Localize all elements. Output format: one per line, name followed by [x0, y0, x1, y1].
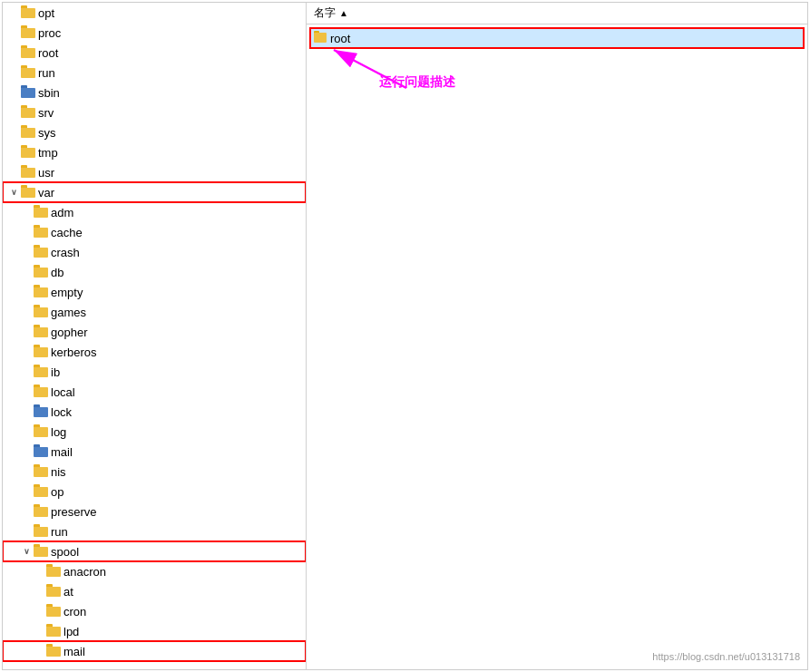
tree-item-db[interactable]: db	[3, 262, 306, 282]
folder-icon-mail	[34, 444, 48, 460]
expand-btn-log[interactable]	[19, 424, 34, 439]
expand-btn-run[interactable]	[6, 65, 21, 80]
tree-item-kerberos[interactable]: kerberos	[3, 342, 306, 362]
expand-btn-crash[interactable]	[19, 245, 34, 259]
expand-btn-db[interactable]	[19, 265, 34, 279]
annotation-text: 运行问题描述	[379, 74, 455, 91]
expand-btn-opt[interactable]	[6, 5, 21, 20]
expand-btn-at[interactable]	[32, 584, 46, 599]
expand-btn-preserve[interactable]	[19, 504, 34, 519]
tree-item-log[interactable]: log	[3, 422, 306, 442]
tree-item-lpd[interactable]: lpd	[3, 621, 306, 641]
expand-btn-proc[interactable]	[6, 25, 21, 40]
tree-item-opt[interactable]: opt	[3, 3, 306, 23]
tree-item-at[interactable]: at	[3, 581, 306, 601]
tree-item-opt2[interactable]: op	[3, 482, 306, 502]
item-label-mail: mail	[51, 445, 73, 459]
tree-item-mail[interactable]: mail	[3, 442, 306, 462]
tree-item-run2[interactable]: run	[3, 521, 306, 541]
tree-item-games[interactable]: games	[3, 302, 306, 322]
expand-btn-nis[interactable]	[19, 464, 34, 479]
folder-icon-cron	[46, 604, 61, 619]
svg-rect-45	[34, 447, 48, 457]
svg-rect-55	[34, 547, 48, 557]
tree-item-local[interactable]: local	[3, 382, 306, 402]
tree-item-crash[interactable]: crash	[3, 242, 306, 262]
tree-item-spool[interactable]: ∨spool	[3, 541, 306, 561]
svg-rect-27	[34, 268, 48, 278]
expand-btn-gopher[interactable]	[19, 325, 34, 339]
item-label-lock: lock	[51, 405, 72, 419]
folder-icon-empty	[34, 285, 48, 300]
tree-item-lib[interactable]: ib	[3, 362, 306, 382]
svg-rect-67	[314, 33, 327, 43]
item-label-nis: nis	[51, 465, 66, 479]
expand-btn-sys[interactable]	[6, 125, 21, 140]
tree-item-adm[interactable]: adm	[3, 202, 306, 222]
expand-btn-usr[interactable]	[6, 165, 21, 180]
tree-item-lock[interactable]: lock	[3, 402, 306, 422]
item-label-lpd: lpd	[63, 625, 79, 638]
folder-icon-kerberos	[34, 345, 48, 360]
svg-rect-65	[46, 647, 61, 657]
svg-rect-39	[34, 387, 48, 397]
svg-rect-31	[34, 307, 48, 317]
expand-btn-tmp[interactable]	[6, 145, 21, 160]
tree-item-root[interactable]: root	[3, 43, 306, 63]
tree-item-proc[interactable]: proc	[3, 23, 306, 43]
svg-rect-11	[21, 108, 35, 118]
expand-btn-kerberos[interactable]	[19, 345, 34, 359]
tree-item-cache[interactable]: cache	[3, 222, 306, 242]
folder-icon-run2	[34, 524, 48, 540]
expand-btn-root[interactable]	[6, 45, 21, 60]
expand-btn-lock[interactable]	[19, 404, 34, 419]
tree-item-preserve[interactable]: preserve	[3, 502, 306, 521]
expand-btn-var[interactable]: ∨	[6, 185, 21, 200]
file-item-root[interactable]: root	[310, 28, 804, 48]
expand-btn-mail[interactable]	[19, 444, 34, 459]
file-list-area[interactable]: root 运行问题描述 https://blog.csdn.net/u01313…	[307, 24, 807, 669]
tree-item-empty[interactable]: empty	[3, 282, 306, 302]
item-label-spool: spool	[51, 545, 79, 559]
svg-rect-15	[21, 148, 35, 158]
folder-icon-nis	[34, 464, 48, 480]
item-label-crash: crash	[51, 246, 80, 259]
folder-icon-gopher	[34, 325, 48, 340]
tree-item-sys[interactable]: sys	[3, 122, 306, 142]
item-label-db: db	[51, 266, 63, 279]
tree-item-tmp[interactable]: tmp	[3, 142, 306, 162]
tree-item-usr[interactable]: usr	[3, 162, 306, 182]
folder-icon-sbin	[21, 85, 35, 101]
expand-btn-lib[interactable]	[19, 365, 34, 379]
tree-item-nis[interactable]: nis	[3, 462, 306, 482]
svg-rect-25	[34, 248, 48, 258]
expand-btn-cache[interactable]	[19, 225, 34, 239]
expand-btn-spool[interactable]: ∨	[19, 544, 34, 559]
expand-btn-sbin[interactable]	[6, 85, 21, 100]
tree-item-anacron[interactable]: anacron	[3, 561, 306, 581]
svg-rect-63	[46, 627, 61, 637]
tree-item-sbin[interactable]: sbin	[3, 83, 306, 102]
tree-item-gopher[interactable]: gopher	[3, 322, 306, 342]
tree-item-cron[interactable]: cron	[3, 601, 306, 621]
expand-btn-adm[interactable]	[19, 205, 34, 219]
expand-btn-mail2[interactable]	[32, 644, 46, 658]
svg-rect-61	[46, 607, 61, 617]
expand-btn-empty[interactable]	[19, 285, 34, 299]
tree-item-mail2[interactable]: mail	[3, 641, 306, 661]
tree-item-var[interactable]: ∨var	[3, 182, 306, 202]
tree-item-run[interactable]: run	[3, 63, 306, 83]
svg-rect-43	[34, 427, 48, 437]
left-tree-panel[interactable]: optprocrootrunsbinsrvsystmpusr∨varadmcac…	[3, 3, 307, 669]
expand-btn-opt2[interactable]	[19, 484, 34, 499]
expand-btn-lpd[interactable]	[32, 624, 46, 638]
expand-btn-games[interactable]	[19, 305, 34, 319]
watermark: https://blog.csdn.net/u013131718	[652, 651, 800, 662]
expand-btn-anacron[interactable]	[32, 564, 46, 579]
folder-icon-adm	[34, 205, 48, 220]
expand-btn-cron[interactable]	[32, 604, 46, 618]
tree-item-srv[interactable]: srv	[3, 102, 306, 122]
expand-btn-local[interactable]	[19, 385, 34, 399]
expand-btn-run2[interactable]	[19, 524, 34, 539]
expand-btn-srv[interactable]	[6, 105, 21, 120]
